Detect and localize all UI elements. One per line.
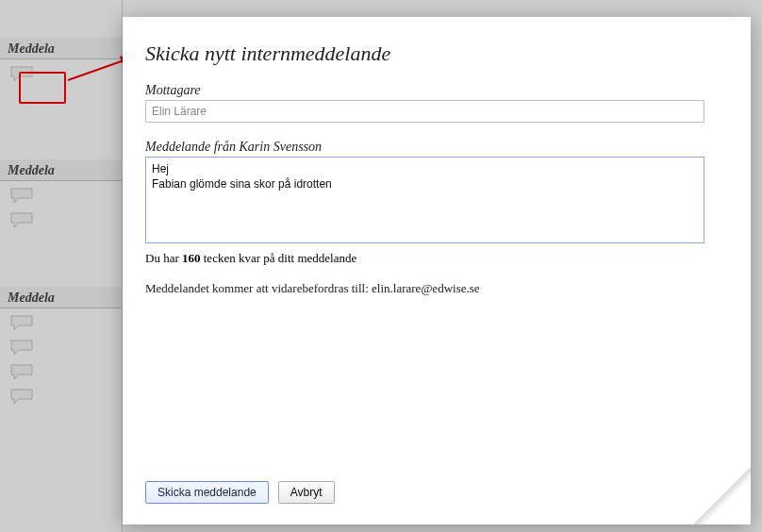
message-textarea[interactable] — [145, 157, 704, 243]
speech-bubble-icon — [9, 388, 36, 407]
modal-title: Skicka nytt internmeddelande — [145, 42, 728, 66]
forward-email: elin.larare@edwise.se — [372, 281, 479, 295]
message-label: Meddelande från Karin Svensson — [145, 140, 728, 155]
speech-bubble-icon — [9, 363, 36, 382]
sidebar-section-header: Meddela — [0, 159, 122, 181]
annotation-highlight-box — [19, 72, 66, 104]
speech-bubble-icon — [9, 339, 36, 357]
char-counter-prefix: Du har — [145, 251, 182, 265]
send-button[interactable]: Skicka meddelande — [145, 481, 269, 504]
forward-prefix: Meddelandet kommer att vidarebefordras t… — [145, 281, 372, 295]
new-message-modal: Skicka nytt internmeddelande Mottagare M… — [123, 17, 751, 524]
sidebar-section-header: Meddela — [0, 287, 122, 308]
recipient-input[interactable] — [145, 100, 704, 123]
speech-bubble-icon — [9, 211, 36, 230]
cancel-button[interactable]: Avbryt — [278, 481, 335, 504]
char-counter: Du har 160 tecken kvar på ditt meddeland… — [145, 251, 728, 266]
char-counter-number: 160 — [182, 251, 201, 265]
forward-info: Meddelandet kommer att vidarebefordras t… — [145, 281, 728, 296]
modal-button-row: Skicka meddelande Avbryt — [145, 481, 335, 504]
speech-bubble-icon — [9, 314, 36, 333]
recipient-label: Mottagare — [145, 83, 728, 98]
char-counter-suffix: tecken kvar på ditt meddelande — [201, 251, 357, 265]
speech-bubble-icon — [9, 187, 36, 206]
